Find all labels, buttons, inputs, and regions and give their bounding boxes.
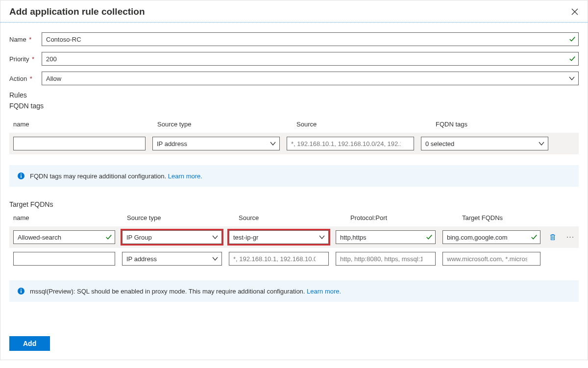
fqdn-info-banner: FQDN tags may require additional configu… <box>9 165 579 187</box>
priority-field-wrap <box>42 52 579 66</box>
panel-body: Name * Priority * Ac <box>0 23 588 307</box>
fqdn-tags-select[interactable]: 0 selected <box>421 137 548 150</box>
col-protocol-port: Protocol:Port <box>350 214 450 221</box>
col-name: name <box>13 214 115 221</box>
col-source: Source <box>239 214 339 221</box>
target-fqdns-section: Target FQDNs name Source type Source Pro… <box>9 200 579 302</box>
panel-footer: Add <box>0 307 588 360</box>
fqdn-source-cell <box>287 137 414 150</box>
svg-point-7 <box>21 289 22 290</box>
fqdn-source-input[interactable] <box>287 137 414 150</box>
fqdn-source-type-select[interactable]: IP address <box>152 137 280 150</box>
target-learn-more-link[interactable]: Learn more. <box>307 288 341 295</box>
action-field-wrap: Allow <box>42 72 579 85</box>
tf-name-input[interactable] <box>13 252 115 266</box>
tf-name-cell <box>13 252 115 266</box>
fqdn-tags-cell: 0 selected <box>421 137 548 150</box>
close-icon[interactable] <box>571 8 579 16</box>
name-input[interactable] <box>42 32 579 46</box>
target-fqdns-header: name Source type Source Protocol:Port Ta… <box>9 211 579 226</box>
fqdn-info-text-content: FQDN tags may require additional configu… <box>30 172 168 180</box>
tf-target-cell <box>442 230 540 244</box>
panel-header: Add application rule collection <box>0 0 588 23</box>
action-label-text: Action <box>9 75 27 82</box>
fqdn-tags-header: name Source type Source FQDN tags <box>9 118 579 133</box>
tf-target-input[interactable] <box>442 252 540 266</box>
form-row-action: Action * Allow <box>9 72 579 85</box>
target-row: IP address <box>9 248 579 270</box>
target-info-banner: mssql(Preview): SQL should be enabled in… <box>9 280 579 302</box>
svg-rect-3 <box>21 175 22 178</box>
tf-target-cell <box>442 252 540 266</box>
col-source-type: Source type <box>127 214 227 221</box>
fqdn-name-cell <box>13 137 146 150</box>
fqdn-tags-section-label: FQDN tags <box>9 102 579 110</box>
tf-name-cell <box>13 230 115 244</box>
col-source-type: Source type <box>157 121 285 128</box>
add-button[interactable]: Add <box>9 336 50 351</box>
info-icon <box>17 287 25 295</box>
tf-source-cell: test-ip-gr <box>229 230 329 244</box>
required-asterisk: * <box>27 36 32 43</box>
target-info-text: mssql(Preview): SQL should be enabled in… <box>30 288 341 295</box>
target-row: IP Group test-ip-gr <box>9 226 579 248</box>
tf-source-type-cell: IP Group <box>122 230 222 244</box>
add-rule-collection-panel: Add application rule collection Name * P… <box>0 0 588 360</box>
fqdn-source-type-value: IP address <box>157 140 187 147</box>
name-label-text: Name <box>9 36 26 43</box>
name-label: Name * <box>9 36 42 43</box>
tf-source-type-cell: IP address <box>122 252 222 266</box>
tf-protocol-input[interactable] <box>336 230 436 244</box>
tf-source-type-value: IP address <box>126 255 157 263</box>
tf-protocol-input[interactable] <box>336 252 436 266</box>
required-asterisk: * <box>30 55 34 63</box>
tf-protocol-cell <box>336 230 436 244</box>
tf-source-input[interactable] <box>229 252 329 266</box>
action-label: Action * <box>9 75 42 82</box>
fqdn-info-text: FQDN tags may require additional configu… <box>30 172 202 180</box>
delete-icon[interactable] <box>547 233 558 241</box>
tf-source-cell <box>229 252 329 266</box>
priority-input[interactable] <box>42 52 579 66</box>
fqdn-name-input[interactable] <box>13 137 146 150</box>
form-row-priority: Priority * <box>9 52 579 66</box>
svg-point-4 <box>21 173 22 174</box>
action-select[interactable]: Allow <box>42 72 579 85</box>
panel-title: Add application rule collection <box>9 6 145 17</box>
svg-rect-6 <box>21 291 22 294</box>
tf-source-type-select[interactable]: IP Group <box>122 230 222 244</box>
col-source: Source <box>296 121 424 128</box>
target-info-text-content: mssql(Preview): SQL should be enabled in… <box>30 288 307 295</box>
required-asterisk: * <box>28 75 32 82</box>
tf-source-value: test-ip-gr <box>233 234 258 241</box>
action-value: Allow <box>46 75 61 82</box>
tf-name-input[interactable] <box>13 230 115 244</box>
priority-label-text: Priority <box>9 55 29 63</box>
tf-source-type-select[interactable]: IP address <box>122 252 222 266</box>
tf-target-input[interactable] <box>442 230 540 244</box>
fqdn-tags-row: IP address 0 selected <box>9 133 579 154</box>
col-actions <box>572 214 588 221</box>
tf-source-type-value: IP Group <box>126 234 152 241</box>
fqdn-learn-more-link[interactable]: Learn more. <box>168 172 202 180</box>
priority-label: Priority * <box>9 55 42 63</box>
name-field-wrap <box>42 32 579 46</box>
target-fqdns-section-label: Target FQDNs <box>9 200 579 208</box>
info-icon <box>17 172 25 180</box>
fqdn-source-type-cell: IP address <box>152 137 280 150</box>
tf-source-select[interactable]: test-ip-gr <box>229 230 329 244</box>
rules-section-label: Rules <box>9 91 579 99</box>
col-name: name <box>13 121 146 128</box>
col-fqdn-tags: FQDN tags <box>436 121 563 128</box>
more-icon[interactable]: ··· <box>565 230 576 244</box>
col-target-fqdns: Target FQDNs <box>462 214 560 221</box>
form-row-name: Name * <box>9 32 579 46</box>
tf-protocol-cell <box>336 252 436 266</box>
fqdn-tags-value: 0 selected <box>425 140 454 147</box>
